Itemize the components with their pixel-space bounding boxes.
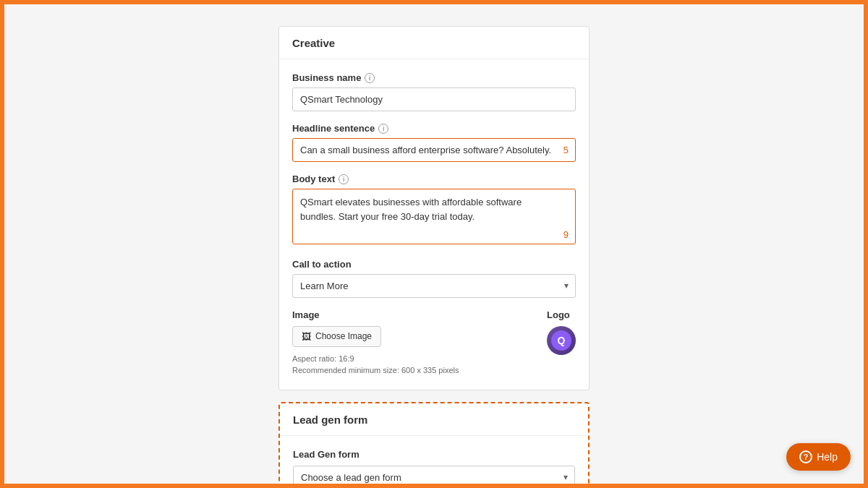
lead-gen-body: Lead Gen form Choose a lead gen form ▾ bbox=[280, 436, 588, 484]
headline-info-icon[interactable]: i bbox=[378, 124, 388, 134]
logo-image: Q bbox=[547, 326, 576, 355]
lead-gen-select-wrapper: Choose a lead gen form ▾ bbox=[293, 466, 575, 484]
call-to-action-select[interactable]: Learn More Shop Now Sign Up Contact Us D… bbox=[292, 274, 576, 298]
body-text-char-count: 9 bbox=[563, 229, 569, 240]
image-icon: 🖼 bbox=[302, 331, 311, 342]
body-text-info-icon[interactable]: i bbox=[339, 174, 349, 184]
body-text-wrapper: QSmart elevates businesses with affordab… bbox=[292, 189, 576, 247]
image-label: Image bbox=[292, 309, 525, 320]
lead-gen-form-select[interactable]: Choose a lead gen form bbox=[293, 466, 575, 484]
card-header: Creative bbox=[279, 27, 589, 59]
call-to-action-select-wrapper: Learn More Shop Now Sign Up Contact Us D… bbox=[292, 274, 576, 298]
help-circle-icon: ? bbox=[799, 450, 812, 463]
headline-field-group: Headline sentence i 5 bbox=[292, 123, 576, 162]
card-body: Business name i Headline sentence i 5 bbox=[279, 59, 589, 390]
choose-image-button[interactable]: 🖼 Choose Image bbox=[292, 326, 381, 347]
lead-gen-header: Lead gen form bbox=[280, 403, 588, 436]
content-wrapper: Creative Business name i Headline senten… bbox=[278, 26, 590, 484]
business-name-label: Business name i bbox=[292, 72, 576, 83]
business-name-input[interactable] bbox=[292, 87, 576, 111]
creative-card-title: Creative bbox=[292, 37, 335, 49]
page-background: Creative Business name i Headline senten… bbox=[4, 4, 864, 484]
body-text-input[interactable]: QSmart elevates businesses with affordab… bbox=[292, 189, 576, 244]
help-button[interactable]: ? Help bbox=[786, 443, 851, 471]
logo-label: Logo bbox=[547, 309, 576, 320]
headline-label: Headline sentence i bbox=[292, 123, 576, 134]
business-name-info-icon[interactable]: i bbox=[365, 73, 375, 83]
headline-input-wrapper: 5 bbox=[292, 138, 576, 162]
lead-gen-section-title: Lead gen form bbox=[293, 414, 367, 426]
logo-inner: Q bbox=[551, 330, 571, 351]
creative-card: Creative Business name i Headline senten… bbox=[278, 26, 590, 390]
image-section: Image 🖼 Choose Image Aspect ratio: 16:9 … bbox=[292, 309, 525, 377]
lead-gen-section: Lead gen form Lead Gen form Choose a lea… bbox=[278, 402, 590, 484]
lead-gen-form-label: Lead Gen form bbox=[293, 449, 575, 460]
body-text-label: Body text i bbox=[292, 174, 576, 184]
headline-char-count: 5 bbox=[563, 145, 569, 155]
business-name-field-group: Business name i bbox=[292, 72, 576, 111]
call-to-action-label: Call to action bbox=[292, 259, 576, 270]
call-to-action-field-group: Call to action Learn More Shop Now Sign … bbox=[292, 259, 576, 298]
body-text-field-group: Body text i QSmart elevates businesses w… bbox=[292, 174, 576, 247]
logo-section: Logo Q bbox=[547, 309, 576, 377]
image-logo-row: Image 🖼 Choose Image Aspect ratio: 16:9 … bbox=[292, 309, 576, 377]
headline-input[interactable] bbox=[292, 138, 576, 162]
image-aspect-info: Aspect ratio: 16:9 Recommended minimum s… bbox=[292, 353, 525, 377]
